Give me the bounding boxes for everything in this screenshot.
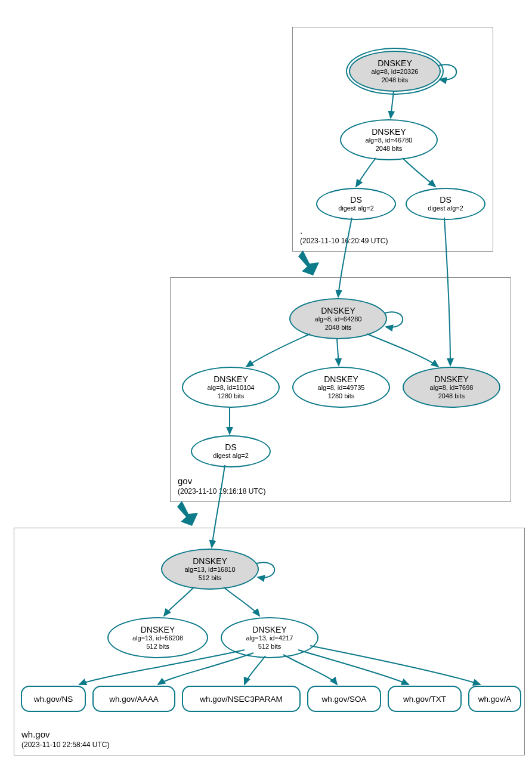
zone-gov-date: (2023-11-10 19:16:18 UTC)	[178, 487, 265, 495]
whgov-dnskey-56208: DNSKEY alg=13, id=56208 512 bits	[107, 617, 208, 658]
record-txt: wh.gov/TXT	[388, 686, 462, 712]
zone-gov-name: gov	[178, 476, 265, 486]
record-ns: wh.gov/NS	[21, 686, 86, 712]
record-nsec3param: wh.gov/NSEC3PARAM	[182, 686, 301, 712]
zone-whgov-name: wh.gov	[21, 729, 109, 739]
whgov-dnskey-4217: DNSKEY alg=13, id=4217 512 bits	[221, 617, 318, 658]
root-ds1: DS digest alg=2	[316, 188, 396, 220]
gov-ds: DS digest alg=2	[191, 435, 271, 467]
whgov-ksk: DNSKEY alg=13, id=16810 512 bits	[161, 549, 259, 590]
record-a: wh.gov/A	[468, 686, 521, 712]
zone-root-date: (2023-11-10 16:20:49 UTC)	[300, 237, 388, 245]
record-soa: wh.gov/SOA	[307, 686, 381, 712]
gov-dnskey-10104: DNSKEY alg=8, id=10104 1280 bits	[182, 367, 280, 408]
gov-ksk: DNSKEY alg=8, id=64280 2048 bits	[289, 298, 387, 339]
gov-dnskey-7698: DNSKEY alg=8, id=7698 2048 bits	[403, 367, 500, 408]
zone-root-name: .	[300, 225, 388, 236]
root-zsk: DNSKEY alg=8, id=46780 2048 bits	[340, 119, 438, 160]
zone-whgov-date: (2023-11-10 22:58:44 UTC)	[21, 741, 109, 749]
root-ds2: DS digest alg=2	[406, 188, 485, 220]
record-aaaa: wh.gov/AAAA	[92, 686, 175, 712]
root-ksk: DNSKEY alg=8, id=20326 2048 bits	[349, 51, 441, 92]
gov-dnskey-49735: DNSKEY alg=8, id=49735 1280 bits	[292, 367, 390, 408]
